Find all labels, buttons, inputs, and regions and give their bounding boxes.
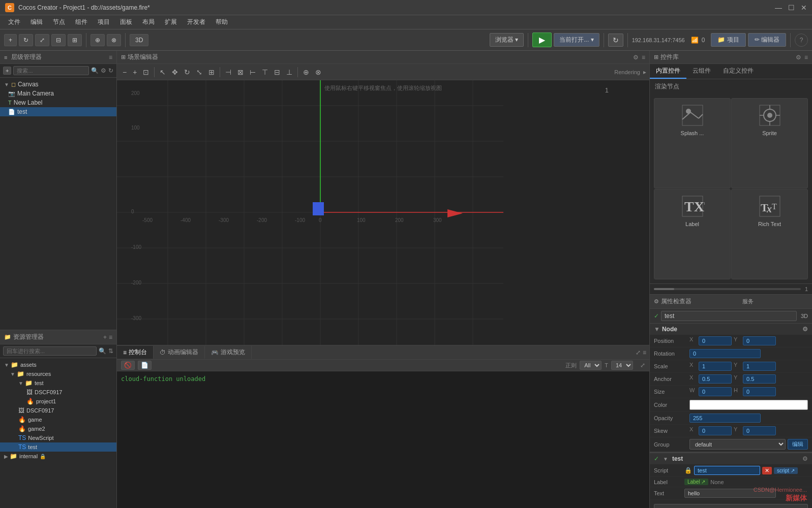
scale-x-input[interactable] xyxy=(699,362,732,371)
scene-zoom-in[interactable]: + xyxy=(130,67,139,77)
scene-bg-button[interactable]: ⊞ xyxy=(68,34,82,46)
position-y-input[interactable] xyxy=(743,336,776,345)
asset-item-dscf[interactable]: 🖼 DSCF0917 xyxy=(0,406,116,415)
size-h-input[interactable] xyxy=(743,387,776,396)
all-filter-select[interactable]: All xyxy=(580,361,602,370)
group-edit-button[interactable]: 编辑 xyxy=(788,439,808,450)
rotation-input[interactable] xyxy=(689,349,761,358)
bottom-maximize-icon[interactable]: ⤢ xyxy=(636,349,641,356)
color-swatch[interactable] xyxy=(689,400,808,410)
anchor-x-input[interactable] xyxy=(699,374,732,384)
menu-developer[interactable]: 开发者 xyxy=(183,17,209,27)
scene-align-left[interactable]: ⊣ xyxy=(223,67,234,77)
asset-sort-icon[interactable]: ⇅ xyxy=(108,347,113,355)
asset-item-newscript[interactable]: TS NewScript xyxy=(0,433,116,442)
console-clear-btn[interactable]: 🚫 xyxy=(121,361,135,370)
open-current-button[interactable]: 当前打开... ▾ xyxy=(554,33,599,47)
asset-search-icon[interactable]: 🔍 xyxy=(99,347,106,355)
position-x-input[interactable] xyxy=(699,336,732,345)
play-button[interactable]: ▶ xyxy=(532,33,552,47)
scene-canvas[interactable]: 使用鼠标右键平移视窗焦点，使用滚轮缩放视图 1 xyxy=(117,80,649,345)
add-node-button[interactable]: + xyxy=(4,34,17,46)
add-component-button[interactable]: 添加组件 xyxy=(654,504,808,508)
script-clear-btn[interactable]: ✕ xyxy=(762,467,772,474)
tree-item-test[interactable]: 📄 test xyxy=(0,107,116,116)
menu-node[interactable]: 节点 xyxy=(49,17,69,27)
comp-tab-custom[interactable]: 自定义控件 xyxy=(717,64,760,79)
project-button[interactable]: 📁 项目 xyxy=(711,33,745,47)
script-lock-icon[interactable]: 🔒 xyxy=(684,467,692,474)
asset-item-test[interactable]: TS test xyxy=(0,442,116,452)
menu-file[interactable]: 文件 xyxy=(4,17,24,27)
refresh-button[interactable]: ↻ xyxy=(19,34,33,46)
scene-align-top[interactable]: ⊤ xyxy=(259,67,270,77)
comp-lib-settings-icon[interactable]: ⚙ xyxy=(796,54,801,61)
props-3d-btn[interactable]: 3D xyxy=(801,313,808,319)
tree-item-canvas[interactable]: ▼ ◻ Canvas xyxy=(0,80,116,89)
scene-settings-icon[interactable]: ⚙ xyxy=(633,54,639,61)
asset-item-game[interactable]: 🔥 game xyxy=(0,415,116,424)
minimize-button[interactable]: — xyxy=(775,4,782,12)
fullscreen-button[interactable]: ⤢ xyxy=(35,34,49,46)
scene-align-center-v[interactable]: ⊟ xyxy=(272,67,283,77)
menu-extend[interactable]: 扩展 xyxy=(161,17,181,27)
animation-tab[interactable]: ⏱ 动画编辑器 xyxy=(154,346,205,359)
editor-button[interactable]: ✏ 编辑器 xyxy=(748,33,786,47)
scene-scale[interactable]: ⤡ xyxy=(194,67,205,77)
node-section-gear[interactable]: ⚙ xyxy=(802,326,808,333)
menu-help[interactable]: 帮助 xyxy=(212,17,232,27)
comp-scrollbar[interactable]: 1 xyxy=(650,283,812,294)
node-active-checkbox[interactable]: ✓ xyxy=(654,312,659,320)
test-comp-header[interactable]: ✓ ▼ test ⚙ xyxy=(650,453,812,464)
scene-align-right[interactable]: ⊢ xyxy=(247,67,258,77)
console-file-btn[interactable]: 📄 xyxy=(138,361,152,370)
comp-item-splash[interactable]: Splash ... xyxy=(654,98,731,188)
test-comp-checkbox[interactable]: ✓ xyxy=(654,455,659,462)
opacity-input[interactable] xyxy=(689,414,761,423)
tb-btn-5[interactable]: ⊕ xyxy=(91,34,105,46)
scene-select[interactable]: ↖ xyxy=(157,67,168,77)
comp-item-sprite[interactable]: Sprite xyxy=(731,98,808,188)
hierarchy-search-input[interactable] xyxy=(13,66,89,75)
anchor-y-input[interactable] xyxy=(743,374,776,384)
help-button[interactable]: ? xyxy=(795,34,808,47)
font-size-select[interactable]: 14 xyxy=(611,361,633,370)
asset-item-project1[interactable]: 🔥 project1 xyxy=(0,397,116,406)
comp-lib-menu-icon[interactable]: ≡ xyxy=(804,54,808,61)
menu-edit[interactable]: 编辑 xyxy=(26,17,47,27)
preview-tab[interactable]: 🎮 游戏预览 xyxy=(205,346,252,359)
scene-zoom-fit[interactable]: ⊡ xyxy=(140,67,152,77)
asset-item-test-folder[interactable]: ▼ 📁 test xyxy=(0,378,116,388)
asset-item-dscf-sub[interactable]: 🖼 DSCF0917 xyxy=(0,388,116,397)
asset-item-assets[interactable]: ▼ 📁 assets xyxy=(0,360,116,369)
tb-btn-6[interactable]: ⊗ xyxy=(107,34,121,46)
node-name-input[interactable] xyxy=(661,311,797,321)
asset-item-game2[interactable]: 🔥 game2 xyxy=(0,424,116,433)
scene-align-center-h[interactable]: ⊠ xyxy=(235,67,246,77)
maximize-button[interactable]: ☐ xyxy=(788,4,795,12)
scene-rotate[interactable]: ↻ xyxy=(182,67,193,77)
refresh-hierarchy-icon[interactable]: ↻ xyxy=(108,67,113,74)
comp-item-label[interactable]: TXT Label xyxy=(654,189,731,279)
scale-y-input[interactable] xyxy=(743,362,776,371)
asset-menu-icon[interactable]: ≡ xyxy=(109,334,112,341)
3d-toggle-button[interactable]: 3D xyxy=(130,34,148,46)
refresh-scene-button[interactable]: ↻ xyxy=(608,34,623,47)
test-comp-gear[interactable]: ⚙ xyxy=(802,455,808,462)
browser-button[interactable]: 浏览器 ▾ xyxy=(490,33,524,47)
scene-rect[interactable]: ⊞ xyxy=(206,67,217,77)
comp-scrollbar-thumb[interactable] xyxy=(654,288,674,290)
skew-y-input[interactable] xyxy=(743,426,776,435)
skew-x-input[interactable] xyxy=(699,426,732,435)
comp-item-richtext[interactable]: T x T Rich Text xyxy=(731,189,808,279)
menu-panel[interactable]: 面板 xyxy=(116,17,136,27)
hierarchy-menu-icon[interactable]: ≡ xyxy=(109,54,112,61)
scene-coord-type[interactable]: ⊕ xyxy=(300,67,312,77)
group-select[interactable]: default xyxy=(689,439,786,450)
tree-item-main-camera[interactable]: 📷 Main Camera xyxy=(0,89,116,98)
search-icon[interactable]: 🔍 xyxy=(91,67,99,74)
comp-tab-cloud[interactable]: 云组件 xyxy=(686,64,717,79)
scene-snap[interactable]: ⊗ xyxy=(313,67,324,77)
hierarchy-add-btn[interactable]: + xyxy=(3,67,11,75)
scene-align-bottom[interactable]: ⊥ xyxy=(284,67,295,77)
